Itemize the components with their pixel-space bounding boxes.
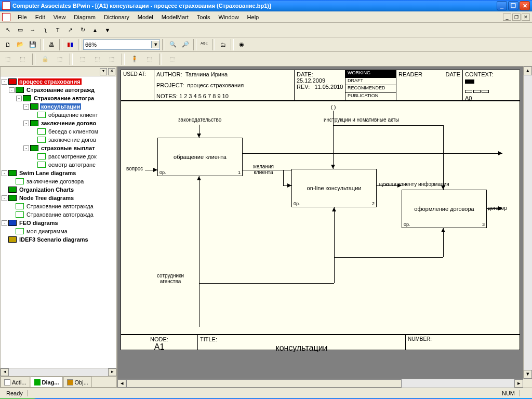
- mm2-icon[interactable]: ⬚: [17, 54, 28, 65]
- diagram-footer: NODE:A1 TITLE:консультации NUMBER:: [121, 334, 520, 350]
- mm6-icon[interactable]: ⬚: [91, 54, 103, 65]
- refresh-tool[interactable]: ↻: [77, 24, 88, 36]
- diagram-body[interactable]: обращение клиента 0р. 1 on-line консульт…: [121, 101, 520, 334]
- print-icon[interactable]: 🖶: [46, 39, 57, 50]
- box-obrashenie[interactable]: обращение клиента 0р. 1: [157, 138, 243, 176]
- mdi-minimize[interactable]: _: [503, 14, 511, 21]
- color-icon[interactable]: ◉: [236, 39, 247, 50]
- zoom-in-icon[interactable]: 🔍: [167, 39, 179, 50]
- vscroll[interactable]: ▴▾: [523, 66, 532, 379]
- lbl-zakon[interactable]: законодательство: [178, 117, 221, 123]
- tree-item[interactable]: -Страхование автогра: [2, 94, 115, 102]
- diagram-canvas[interactable]: USED AT: AUTHOR: Тагачина Ирина PROJECT:…: [117, 66, 532, 388]
- box-tool[interactable]: ▭: [15, 24, 26, 36]
- status-num: NUM: [498, 390, 520, 396]
- zoom-dropdown-icon[interactable]: ▾: [151, 41, 159, 48]
- tree-item[interactable]: -заключение догово: [2, 119, 115, 127]
- mdi-close[interactable]: ✕: [522, 14, 530, 21]
- lbl-vopros[interactable]: вопрос: [126, 166, 143, 171]
- explorer-close-icon[interactable]: ✕: [108, 68, 115, 75]
- maximize-button[interactable]: ❐: [508, 1, 518, 10]
- lbl-sotr[interactable]: сотрудники агенства: [152, 273, 189, 284]
- model-explorer-icon[interactable]: 🗂: [217, 39, 229, 50]
- save-icon[interactable]: 💾: [27, 39, 38, 50]
- tree-item[interactable]: заключение договора: [2, 177, 115, 185]
- mm4-icon[interactable]: ⬚: [54, 54, 65, 65]
- tree-item[interactable]: -Node Tree diagrams: [2, 194, 115, 202]
- tree-item[interactable]: -FEO diagrams: [2, 219, 115, 227]
- mdi-icon[interactable]: [2, 13, 10, 21]
- zoom-fit-icon[interactable]: 🔎: [180, 39, 191, 50]
- minimize-button[interactable]: _: [497, 1, 507, 10]
- new-icon[interactable]: 🗋: [2, 39, 14, 50]
- tunnel-mark: ( ): [331, 104, 336, 110]
- mdi-restore[interactable]: ❐: [512, 14, 521, 21]
- mm8-icon[interactable]: 🧍: [129, 54, 140, 65]
- idef0-frame: USED AT: AUTHOR: Тагачина Ирина PROJECT:…: [121, 70, 520, 350]
- up-tool[interactable]: ▲: [89, 24, 101, 36]
- hdr-context: CONTEXT: A0: [463, 70, 520, 100]
- title-bar: Computer Associates BPwin - [(A1) консул…: [0, 0, 532, 11]
- menu-diagram[interactable]: Diagram: [70, 12, 100, 22]
- explorer-dock-icon[interactable]: ▾: [100, 68, 107, 75]
- diagram-header: USED AT: AUTHOR: Тагачина Ирина PROJECT:…: [121, 70, 520, 101]
- tree-item[interactable]: -Swim Lane diagrams: [2, 169, 115, 177]
- tree-item[interactable]: Страхование автогражда: [2, 210, 115, 219]
- menu-view[interactable]: View: [49, 12, 70, 22]
- squiggle-tool[interactable]: ʅ: [39, 24, 51, 36]
- toolbar-shapes: ↖ ▭ → ʅ T ➚ ↻ ▲ ▼: [0, 23, 532, 37]
- open-icon[interactable]: 📂: [15, 39, 26, 50]
- tree-item[interactable]: Organization Charts: [2, 185, 115, 194]
- hscroll[interactable]: ◂▸: [117, 379, 523, 388]
- tree-item[interactable]: заключение догов: [2, 136, 115, 144]
- tree-root[interactable]: - процесс страхования: [2, 77, 115, 86]
- lbl-nuzh[interactable]: нужная клиенту информация: [379, 181, 449, 187]
- tree-item[interactable]: моя диаграмма: [2, 227, 115, 235]
- box-online[interactable]: on-line консультации 0р. 2: [291, 169, 377, 207]
- mm10-icon[interactable]: ⬚: [166, 54, 178, 65]
- tree-item[interactable]: рассмотрение док: [2, 152, 115, 161]
- arrow-tool[interactable]: →: [27, 24, 38, 36]
- menu-modelmart[interactable]: ModelMart: [157, 12, 193, 22]
- close-button[interactable]: ✕: [520, 1, 530, 10]
- lbl-zhel[interactable]: желания клиента: [248, 164, 279, 175]
- zoom-combo[interactable]: ▾: [83, 39, 160, 50]
- tree-item[interactable]: -страховые выплат: [2, 144, 115, 152]
- menu-edit[interactable]: Edit: [31, 12, 49, 22]
- go-parent-tool[interactable]: ➚: [64, 24, 76, 36]
- tab-diagrams[interactable]: Diag...: [31, 377, 63, 387]
- down-tool[interactable]: ▼: [102, 24, 113, 36]
- tab-activities[interactable]: Acti...: [1, 377, 30, 387]
- mm9-icon[interactable]: ⬚: [143, 54, 155, 65]
- tree-item[interactable]: обращение клиент: [2, 111, 115, 119]
- toolbar-modelmart: ⬚ ⬚ 🔒 ⬚ ⬚ ⬚ ⬚ 🧍 ⬚ ⬚: [0, 52, 532, 66]
- tree-item[interactable]: -Страхование автогражд: [2, 86, 115, 94]
- menu-dictionary[interactable]: Dictionary: [100, 12, 134, 22]
- tree-item[interactable]: осмотр автотранс: [2, 161, 115, 169]
- mm3-icon[interactable]: 🔒: [39, 54, 51, 65]
- tab-objects[interactable]: Obj...: [63, 377, 92, 387]
- window-title: Computer Associates BPwin - [(A1) консул…: [12, 3, 497, 9]
- toolbar-file: 🗋 📂 💾 🖶 ▮▮ ▾ 🔍 🔎 ᴬᴮᶜ 🗂 ◉: [0, 37, 532, 52]
- tree-item[interactable]: Страхование автогражда: [2, 202, 115, 210]
- tree-view[interactable]: - процесс страхования -Страхование автог…: [1, 76, 116, 368]
- text-tool[interactable]: T: [52, 24, 63, 36]
- mm7-icon[interactable]: ⬚: [106, 54, 117, 65]
- menu-help[interactable]: Help: [243, 12, 263, 22]
- zoom-input[interactable]: [84, 41, 151, 48]
- reports-icon[interactable]: ▮▮: [64, 39, 76, 50]
- mm1-icon[interactable]: ⬚: [2, 54, 14, 65]
- tree-item[interactable]: -консультации: [2, 102, 115, 111]
- spellcheck-icon[interactable]: ᴬᴮᶜ: [198, 39, 210, 50]
- pointer-tool[interactable]: ↖: [2, 24, 14, 36]
- tree-item[interactable]: IDEF3 Scenario diagrams: [2, 235, 115, 244]
- box-oformlenie[interactable]: оформление договора 0р. 3: [402, 190, 487, 228]
- menu-file[interactable]: File: [14, 12, 31, 22]
- menu-tools[interactable]: Tools: [193, 12, 215, 22]
- mm5-icon[interactable]: ⬚: [77, 54, 88, 65]
- lbl-instr[interactable]: инструкции и номативные акты: [324, 117, 399, 123]
- menu-window[interactable]: Window: [214, 12, 243, 22]
- tree-item[interactable]: беседа с клиентом: [2, 127, 115, 136]
- tree-hscroll[interactable]: ◂▸: [1, 368, 116, 376]
- menu-model[interactable]: Model: [134, 12, 157, 22]
